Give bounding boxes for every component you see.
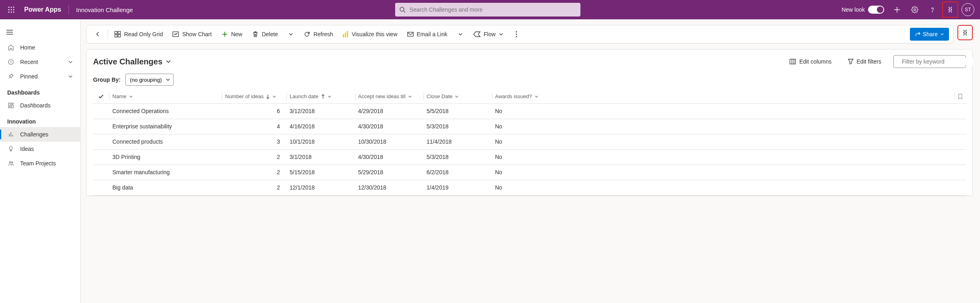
row-select[interactable]: [93, 119, 109, 134]
table-row[interactable]: 3D Printing23/1/20184/30/20185/3/2018No: [93, 149, 966, 165]
visualize-button[interactable]: Visualize this view: [339, 27, 401, 41]
sidebar-item-home[interactable]: Home: [0, 40, 80, 55]
cell-awards[interactable]: No: [492, 119, 955, 134]
cell-awards[interactable]: No: [492, 165, 955, 180]
cell-accept[interactable]: 4/29/2018: [355, 103, 423, 119]
copilot-header-button[interactable]: [942, 2, 958, 18]
sidebar-item-team-projects[interactable]: Team Projects: [0, 156, 80, 171]
clock-icon: [8, 59, 14, 65]
copilot-pane-button[interactable]: [957, 25, 973, 40]
sidebar-item-pinned[interactable]: Pinned: [0, 69, 80, 84]
waffle-launcher[interactable]: [4, 2, 19, 17]
cell-accept[interactable]: 5/29/2018: [355, 165, 423, 180]
group-by-select[interactable]: (no grouping): [125, 74, 174, 86]
cell-ideas[interactable]: 2: [222, 165, 286, 180]
sidebar-collapse-button[interactable]: [3, 26, 16, 39]
cell-awards[interactable]: No: [492, 180, 955, 195]
cell-name[interactable]: Connected products: [109, 134, 222, 149]
col-close-date[interactable]: Close Date: [423, 90, 492, 103]
cell-name[interactable]: Connected Operations: [109, 103, 222, 119]
cell-close[interactable]: 6/2/2018: [423, 165, 492, 180]
col-accept-till[interactable]: Accept new ideas till: [355, 90, 423, 103]
sidebar-item-recent[interactable]: Recent: [0, 55, 80, 69]
col-pin[interactable]: [955, 90, 966, 103]
settings-button[interactable]: [907, 2, 923, 18]
cell-ideas[interactable]: 2: [222, 180, 286, 195]
col-name[interactable]: Name: [109, 90, 222, 103]
cell-close[interactable]: 5/5/2018: [423, 103, 492, 119]
table-row[interactable]: Big data212/1/201812/30/20181/4/2019No: [93, 180, 966, 195]
add-button[interactable]: [889, 2, 905, 18]
help-button[interactable]: [924, 2, 941, 18]
view-selector[interactable]: Active Challenges: [93, 57, 171, 66]
cell-ideas[interactable]: 4: [222, 119, 286, 134]
sidebar-item-ideas[interactable]: Ideas: [0, 142, 80, 156]
table-row[interactable]: Enterprise sustainability44/16/20184/30/…: [93, 119, 966, 134]
global-search[interactable]: [395, 3, 580, 16]
refresh-button[interactable]: Refresh: [300, 27, 337, 41]
email-split-button[interactable]: [453, 27, 468, 41]
select-all-header[interactable]: [93, 90, 109, 103]
read-only-grid-button[interactable]: Read Only Grid: [110, 27, 167, 41]
cell-launch[interactable]: 3/12/2018: [286, 103, 355, 119]
row-select[interactable]: [93, 165, 109, 180]
col-awards-issued[interactable]: Awards issued?: [492, 90, 955, 103]
edit-columns-button[interactable]: Edit columns: [785, 56, 835, 67]
share-button[interactable]: Share: [910, 28, 949, 41]
cell-awards[interactable]: No: [492, 103, 955, 119]
delete-split-button[interactable]: [284, 27, 298, 41]
cell-name[interactable]: Enterprise sustainability: [109, 119, 222, 134]
global-search-input[interactable]: [409, 6, 576, 13]
new-look-toggle[interactable]: New look: [838, 6, 887, 14]
cell-ideas[interactable]: 2: [222, 149, 286, 165]
col-number-of-ideas[interactable]: Number of ideas: [222, 90, 286, 103]
flow-button[interactable]: Flow: [469, 27, 508, 41]
share-icon: [915, 31, 920, 37]
table-row[interactable]: Connected Operations63/12/20184/29/20185…: [93, 103, 966, 119]
cell-name[interactable]: Big data: [109, 180, 222, 195]
col-launch-date[interactable]: Launch date: [286, 90, 355, 103]
cell-close[interactable]: 1/4/2019: [423, 180, 492, 195]
row-select[interactable]: [93, 103, 109, 119]
table-row[interactable]: Connected products310/1/201810/30/201811…: [93, 134, 966, 149]
cell-close[interactable]: 5/3/2018: [423, 119, 492, 134]
table-row[interactable]: Smarter manufacturing25/15/20185/29/2018…: [93, 165, 966, 180]
cell-name[interactable]: Smarter manufacturing: [109, 165, 222, 180]
cell-accept[interactable]: 10/30/2018: [355, 134, 423, 149]
app-name-label[interactable]: Innovation Challenge: [72, 6, 137, 13]
keyword-filter-input[interactable]: [901, 58, 973, 65]
cell-launch[interactable]: 10/1/2018: [286, 134, 355, 149]
back-button[interactable]: [91, 27, 105, 41]
sidebar-item-dashboards[interactable]: Dashboards: [0, 98, 80, 113]
new-button[interactable]: New: [218, 27, 247, 41]
svg-point-2: [13, 7, 15, 8]
brand-label[interactable]: Power Apps: [20, 6, 65, 13]
cell-launch[interactable]: 5/15/2018: [286, 165, 355, 180]
email-link-button[interactable]: Email a Link: [403, 27, 452, 41]
cell-close[interactable]: 11/4/2018: [423, 134, 492, 149]
cell-awards[interactable]: No: [492, 134, 955, 149]
cell-launch[interactable]: 4/16/2018: [286, 119, 355, 134]
row-select[interactable]: [93, 149, 109, 165]
toggle-switch[interactable]: [868, 6, 884, 14]
overflow-button[interactable]: [509, 27, 524, 41]
show-chart-button[interactable]: Show Chart: [168, 27, 215, 41]
user-avatar[interactable]: ST: [960, 2, 976, 18]
row-select[interactable]: [93, 134, 109, 149]
cell-awards[interactable]: No: [492, 149, 955, 165]
cell-launch[interactable]: 3/1/2018: [286, 149, 355, 165]
cell-accept[interactable]: 4/30/2018: [355, 119, 423, 134]
cell-name[interactable]: 3D Printing: [109, 149, 222, 165]
cell-accept[interactable]: 12/30/2018: [355, 180, 423, 195]
cell-accept[interactable]: 4/30/2018: [355, 149, 423, 165]
sidebar-item-challenges[interactable]: Challenges: [0, 127, 80, 142]
keyword-filter[interactable]: [893, 55, 966, 68]
cell-ideas[interactable]: 6: [222, 103, 286, 119]
cell-close[interactable]: 5/3/2018: [423, 149, 492, 165]
delete-button[interactable]: Delete: [248, 27, 282, 41]
row-select[interactable]: [93, 180, 109, 195]
edit-filters-button[interactable]: Edit filters: [844, 56, 885, 67]
cell-launch[interactable]: 12/1/2018: [286, 180, 355, 195]
more-vertical-icon: [516, 31, 517, 37]
cell-ideas[interactable]: 3: [222, 134, 286, 149]
